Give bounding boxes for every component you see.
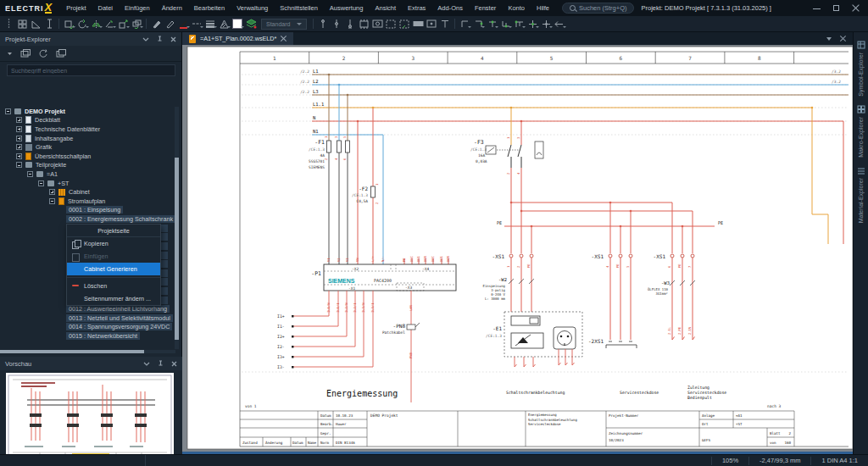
plug-icon[interactable] [425,17,438,31]
new-pages-icon[interactable] [20,49,31,58]
format-brush2-icon[interactable] [163,17,176,31]
dropdown-icon[interactable] [7,52,13,56]
tree-vertical-scrollbar[interactable] [175,107,179,349]
menu-datei[interactable]: Datei [92,4,120,12]
context-item-cabinet-generieren[interactable]: Cabinet Generieren [67,263,160,275]
wire-cross-icon[interactable] [526,17,539,31]
tree-item-0002-energiemessung[interactable]: 0002 : Energiemessung Schaltschrank [0,214,175,224]
chevron-down-icon[interactable] [142,37,149,42]
menu-bearbeiten[interactable]: Bearbeiten [188,4,231,12]
layer-standard-select[interactable]: Standard [261,19,307,30]
schematic-canvas[interactable]: 12 34 56 78 /2.2L1 /2.2 [182,45,853,452]
pin-top-icon[interactable] [316,17,330,31]
pin-icon[interactable] [157,36,163,43]
context-item-seitennummer[interactable]: Seitennummer ändern ... [67,292,160,305]
menu-aendern[interactable]: Ändern [156,4,188,12]
pin-mid-icon[interactable] [330,17,343,31]
expand-icon[interactable] [16,126,22,132]
scrollbar-thumb[interactable] [175,158,179,340]
tree-item-inhaltsangabe[interactable]: Inhaltsangabe [0,134,175,143]
menu-schnittstellen[interactable]: Schnittstellen [274,4,324,12]
expand-icon[interactable] [16,117,22,123]
menu-projekt[interactable]: Projekt [60,4,92,12]
cable-icon[interactable] [411,17,425,31]
tree-item-demo-projekt[interactable]: DEMO Projekt [0,107,175,116]
text-cursor-icon[interactable] [42,17,56,31]
chevron-down-icon[interactable] [826,37,832,41]
tree-item-0001-einspeisung[interactable]: 0001 : Einspeisung [0,206,175,215]
wire-branch-icon[interactable] [498,17,512,31]
mirror-icon[interactable] [89,17,103,31]
close-tab-icon[interactable] [281,36,287,42]
layers-icon[interactable] [244,17,258,31]
line-width-icon[interactable] [203,17,217,31]
minimize-icon[interactable] [813,4,821,12]
move-icon[interactable] [103,17,116,31]
maximize-icon[interactable] [832,4,840,12]
close-icon[interactable] [840,36,846,42]
collapse-icon[interactable] [27,171,33,177]
expand-icon[interactable] [16,136,22,141]
tree-item-deckblatt[interactable]: Deckblatt [0,116,175,125]
menu-extras[interactable]: Extras [402,4,431,12]
hatch-icon[interactable] [217,17,231,31]
pin-icon[interactable] [158,360,164,368]
collapse-icon[interactable] [5,108,11,114]
menu-verwaltung[interactable]: Verwaltung [231,4,274,12]
close-icon[interactable] [171,361,177,367]
wire-tee-up-icon[interactable] [512,17,526,31]
scrollbar-thumb[interactable] [0,350,144,353]
menu-addons[interactable]: Add-Ons [431,4,469,12]
tree-item-0014-spannungsversorgung[interactable]: 0014 : Spannungsversorgung 24VDC [0,322,175,331]
device-chip-icon[interactable] [357,17,370,31]
menu-ansicht[interactable]: Ansicht [369,4,402,12]
expand-icon[interactable] [49,189,55,195]
format-brush-icon[interactable] [149,17,163,31]
menu-konto[interactable]: Konto [502,4,531,12]
selection-box-icon[interactable] [384,17,398,31]
collapse-icon[interactable] [38,180,44,186]
menu-auswertung[interactable]: Auswertung [324,4,370,12]
collapse-icon[interactable] [49,198,55,204]
refresh-icon[interactable] [39,49,48,58]
tab-symbol-explorer[interactable]: Symbol-Explorer [854,41,868,97]
tree-horizontal-scrollbar[interactable] [0,350,175,353]
paste-icon[interactable] [62,17,75,31]
tree-item-technische-datenblaetter[interactable]: Technische Datenblätter [0,125,175,134]
color-pen-icon[interactable] [176,17,190,31]
context-item-kopieren[interactable]: Kopieren [67,237,160,250]
page-preview-thumbnail[interactable] [6,373,174,466]
tree-item-grafik[interactable]: Grafik [0,142,175,152]
array-copy-icon[interactable] [130,17,143,31]
wire-corner-icon[interactable] [458,17,471,31]
tree-item-st[interactable]: +ST [0,179,175,188]
copy-pages-icon[interactable] [56,49,67,58]
scale-icon[interactable] [116,17,130,31]
text-tool-icon[interactable] [438,17,452,31]
arrow-left-icon[interactable] [553,17,566,31]
rotate-icon[interactable] [75,17,89,31]
explorer-search-input[interactable] [7,64,175,76]
macro-box-icon[interactable] [398,17,411,31]
zoom-level[interactable]: 105% [712,457,748,464]
expand-icon[interactable] [16,153,22,159]
menu-einfuegen[interactable]: Einfügen [119,4,156,12]
expand-icon[interactable] [16,144,22,150]
blocks-icon[interactable] [15,17,29,31]
tree-item-uebersichtsschaltplan[interactable]: Übersichtsschaltplan [0,152,175,161]
tree-item-a1[interactable]: =A1 [0,169,175,179]
collapse-icon[interactable] [16,162,22,168]
menu-hilfe[interactable]: Hilfe [531,4,555,12]
tree-item-cabinet[interactable]: Cabinet [0,187,175,197]
chevron-down-icon[interactable] [143,362,150,366]
wire-tee-down-icon[interactable] [485,17,498,31]
close-icon[interactable] [170,36,176,42]
tree-item-0013-netzteil[interactable]: 0013 : Netzteil und Selektivitätsmodul [0,313,175,323]
wire-node-icon[interactable] [539,17,553,31]
context-item-einfuegen[interactable]: Einfügen [67,250,160,263]
tab-makro-explorer[interactable]: Makro-Explorer [854,105,868,158]
line-style-icon[interactable] [190,17,203,31]
tree-item-0015-netzwerkuebersicht[interactable]: 0015 : Netzwerkübersicht [0,331,175,341]
tree-item-teilprojekte[interactable]: Teilprojekte [0,161,175,170]
document-tab-active[interactable]: =A1+ST_Plan.0002.wsELD* [182,32,293,45]
